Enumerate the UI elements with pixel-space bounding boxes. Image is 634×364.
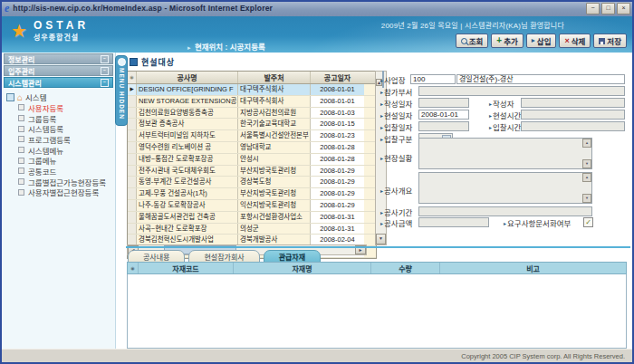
- breadcrumb-marker-icon: ▸: [187, 44, 191, 51]
- row-selector[interactable]: [128, 154, 137, 165]
- sidebar-section-system[interactable]: 시스템관리 −: [4, 77, 113, 88]
- label-arrow-icon: ▸: [380, 155, 383, 161]
- toolbar: 조회 + 추가 ▸ 삽입 × 삭제 저장: [456, 34, 627, 48]
- maximize-button[interactable]: □: [601, 3, 615, 14]
- row-selector[interactable]: [128, 142, 137, 153]
- period-field[interactable]: [418, 206, 592, 216]
- sidebar-tree: ⌂ 시스템 사용자등록 그룹등록: [2, 91, 115, 197]
- save-button[interactable]: 저장: [593, 34, 627, 48]
- sidebar-item[interactable]: 프로그램등록: [2, 134, 115, 145]
- row-selector[interactable]: [128, 188, 137, 199]
- row-selector[interactable]: [128, 224, 137, 235]
- table-row[interactable]: 내방~통점간 도로확포장공 안성시 2008-01-28: [128, 154, 376, 166]
- table-row[interactable]: 전주시관내 국도대체우회도 부산지방국토관리청 2008-01-29: [128, 166, 376, 177]
- col-material-name[interactable]: 자재명: [234, 263, 371, 273]
- briefing-date-field[interactable]: 2008-01-01: [418, 110, 469, 120]
- bid-date-field[interactable]: [418, 121, 469, 131]
- table-row[interactable]: 나주-동강 도로확장공사 익산지방국토관리청 2008-01-29: [128, 200, 376, 212]
- project-name-cell: 김천의료원요양병동증축공: [137, 108, 238, 119]
- write-date-field[interactable]: [418, 98, 469, 108]
- col-agency[interactable]: 발주처: [238, 72, 311, 83]
- col-quantity[interactable]: 수량: [371, 263, 440, 273]
- overview-textarea[interactable]: ▲ ▼: [418, 172, 592, 204]
- table-row[interactable]: NEW STORAGE EXTENSION공사 대구텍주식회사 2008-01-…: [128, 96, 376, 108]
- collapse-circle-icon[interactable]: [118, 58, 126, 66]
- bullet-icon: [18, 104, 24, 110]
- table-row[interactable]: 김천의료원요양병동증축공 지방공사김천의료원 2008-01-03: [128, 108, 376, 120]
- tree-root-system[interactable]: ⌂ 시스템: [2, 91, 115, 102]
- menu-hide-strip[interactable]: MENU HIDDEN: [115, 55, 128, 126]
- textarea-scroll-down-icon[interactable]: ▼: [582, 159, 591, 168]
- sidebar-item[interactable]: 시스템등록: [2, 123, 115, 134]
- site-report-textarea[interactable]: ▲ ▼: [418, 138, 592, 169]
- agency-cell: 서울특별시건설안전본부: [238, 130, 311, 141]
- sidebar-item[interactable]: 시스템메뉴: [2, 145, 115, 156]
- label-arrow-icon: ▸: [380, 77, 383, 83]
- table-row[interactable]: 영덕수련원 리노베이션 공 영남대학교 2008-01-28: [128, 142, 376, 154]
- row-selector[interactable]: [128, 119, 137, 129]
- writer-label: 작성자: [493, 98, 514, 109]
- section-title-text: 현설대상: [141, 56, 175, 68]
- section-divider: [126, 246, 630, 248]
- site-code-field[interactable]: 100: [410, 74, 456, 84]
- col-announce-date[interactable]: 공고일자: [311, 72, 364, 83]
- sidebar-item[interactable]: 사용자별접근현장등록: [2, 187, 115, 198]
- project-name-cell: 동영-부계간 도로건설공사: [137, 177, 238, 187]
- textarea-scroll-down-icon[interactable]: ▼: [582, 194, 591, 203]
- sidebar-item[interactable]: 그룹메뉴: [2, 155, 115, 166]
- expand-icon[interactable]: −: [101, 67, 109, 75]
- add-button[interactable]: + 추가: [491, 34, 523, 48]
- expand-icon[interactable]: −: [101, 79, 109, 87]
- table-row[interactable]: 사곡~현내간 도로확포장 의성군 2008-01-31: [128, 224, 376, 235]
- insert-button[interactable]: ▸ 삽입: [526, 34, 557, 48]
- row-selector[interactable]: [128, 166, 137, 177]
- row-selector[interactable]: [128, 84, 137, 95]
- writer-field[interactable]: [521, 98, 625, 108]
- overview-label: 공사개요: [384, 185, 412, 196]
- close-button[interactable]: ×: [617, 3, 630, 14]
- table-row[interactable]: 정보관 증축공사 한국기술교육대학교 2008-01-15: [128, 119, 376, 130]
- table-row[interactable]: 울해꿈골도서관건립 건축공 포항시건설환경사업소 2008-01-31: [128, 212, 376, 224]
- row-selector[interactable]: [128, 96, 137, 107]
- doc-checkbox[interactable]: ✓: [583, 217, 593, 227]
- search-button[interactable]: 조회: [456, 34, 489, 48]
- sidebar-item[interactable]: 그룹등록: [2, 113, 115, 124]
- table-row[interactable]: 동영-부계간 도로건설공사 경상북도청 2008-01-29: [128, 177, 376, 188]
- row-selector[interactable]: [128, 177, 137, 187]
- expand-icon[interactable]: −: [101, 55, 109, 63]
- briefing-time-label: 현설시간: [493, 110, 521, 120]
- delete-icon: ×: [564, 37, 569, 44]
- amount-field[interactable]: [418, 217, 489, 227]
- col-remarks[interactable]: 비고: [440, 263, 626, 273]
- label-arrow-icon: ▸: [380, 124, 383, 130]
- table-row[interactable]: 서부트럭터미널임 지하차도 서울특별시건설안전본부 2008-01-23: [128, 130, 376, 142]
- delete-button[interactable]: × 삭제: [559, 34, 591, 48]
- project-name-cell: NEW STORAGE EXTENSION공사: [137, 96, 238, 107]
- site-name-field[interactable]: 경일건설(주)-경산: [456, 74, 625, 84]
- agency-cell: 지방공사김천의료원: [238, 108, 311, 119]
- row-selector[interactable]: [128, 108, 137, 119]
- bid-time-field[interactable]: [521, 121, 625, 131]
- dept-field[interactable]: [418, 86, 625, 96]
- sidebar-section-occupancy[interactable]: 입주관리 −: [4, 65, 113, 76]
- sidebar-item[interactable]: 공통코드: [2, 166, 115, 177]
- briefing-target-grid: ◉ 공사명 발주처 공고일자 DESIGN OFFICE[GRINDING F …: [127, 71, 377, 259]
- company-name: 성우종합건설: [34, 32, 89, 42]
- textarea-scroll-up-icon[interactable]: ▲: [582, 173, 591, 182]
- table-row[interactable]: DESIGN OFFICE[GRINDING F 대구텍주식회사 2008-01…: [128, 84, 376, 96]
- sidebar-section-info[interactable]: 정보관리 −: [4, 53, 113, 64]
- minimize-button[interactable]: −: [586, 3, 600, 14]
- textarea-scroll-up-icon[interactable]: ▲: [582, 139, 591, 148]
- sidebar-item[interactable]: 사용자등록: [2, 102, 115, 113]
- table-row[interactable]: 고제-무풍 건설공사(1차) 부산지방국토관리청 2008-01-29: [128, 188, 376, 200]
- date-cell: 2008-01-29: [311, 188, 364, 199]
- row-selector[interactable]: [128, 130, 137, 141]
- row-selector[interactable]: [128, 200, 137, 211]
- sidebar-item[interactable]: 그룹별접근가능현장등록: [2, 177, 115, 187]
- row-selector[interactable]: [128, 212, 137, 223]
- grid-corner-icon: ◉: [128, 263, 139, 273]
- col-project-name[interactable]: 공사명: [137, 72, 238, 83]
- project-name-cell: 내방~통점간 도로확포장공: [137, 154, 238, 165]
- briefing-time-field[interactable]: [521, 110, 625, 120]
- col-material-code[interactable]: 자재코드: [139, 263, 234, 273]
